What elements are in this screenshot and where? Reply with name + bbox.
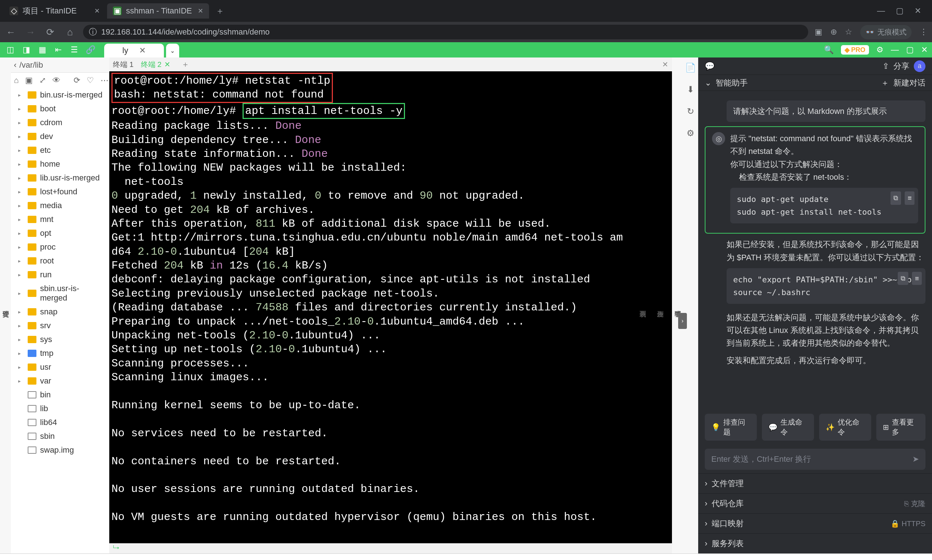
incognito-badge[interactable]: 👓 无痕模式: [860, 25, 912, 39]
tree-row[interactable]: sbin: [11, 429, 109, 443]
vstrip-bookmarks[interactable]: 书签管理: [673, 303, 683, 309]
close-window-icon[interactable]: ✕: [915, 6, 921, 15]
collapse-icon[interactable]: ⇤: [51, 43, 66, 56]
panel-right-icon[interactable]: ◨: [19, 43, 34, 56]
tree-row[interactable]: ▸lost+found: [11, 185, 109, 198]
share-icon[interactable]: ⇪: [883, 62, 889, 71]
tree-row[interactable]: ▸etc: [11, 143, 109, 157]
new-chat-label[interactable]: 新建对话: [893, 77, 926, 88]
tree-row[interactable]: ▸snap: [11, 305, 109, 319]
avatar[interactable]: a: [914, 60, 926, 72]
link-icon[interactable]: 🔗: [83, 43, 97, 56]
action-optimize[interactable]: ✨优化命令: [819, 414, 871, 441]
vstrip-uploads[interactable]: 上传列表: [655, 303, 665, 309]
tree-row[interactable]: ▸bin.usr-is-merged: [11, 88, 109, 102]
favorite-icon[interactable]: ♡: [87, 76, 94, 85]
tree-row[interactable]: ▸lib.usr-is-merged: [11, 171, 109, 185]
action-generate[interactable]: 💬生成命令: [762, 414, 814, 441]
minimize-panel-icon[interactable]: —: [891, 45, 899, 55]
accordion-tag[interactable]: 🔒 HTTPS: [890, 519, 926, 528]
action-more[interactable]: ⊞查看更多: [876, 414, 926, 441]
send-icon[interactable]: ➤: [912, 454, 919, 464]
panel-left-icon[interactable]: ◫: [3, 43, 17, 56]
tree-row[interactable]: ▸tmp: [11, 346, 109, 360]
ai-accordion[interactable]: ›文件管理: [698, 474, 932, 494]
chevron-down-icon[interactable]: ⌄: [705, 78, 711, 88]
action-troubleshoot[interactable]: 💡排查问题: [705, 414, 757, 441]
doc-icon[interactable]: 📄: [685, 63, 696, 73]
home-icon[interactable]: ⌂: [63, 26, 77, 38]
close-terminal-panel-icon[interactable]: ✕: [662, 60, 668, 69]
back-icon[interactable]: ←: [5, 26, 17, 38]
site-info-icon[interactable]: ⓘ: [89, 26, 97, 37]
sync-icon[interactable]: ↻: [687, 106, 694, 117]
plus-icon[interactable]: ＋: [881, 77, 889, 88]
close-icon[interactable]: ✕: [94, 7, 100, 15]
accordion-tag[interactable]: ⎘ 克隆: [904, 499, 926, 509]
search-icon[interactable]: 🔍: [824, 45, 834, 55]
ai-accordion[interactable]: ›端口映射🔒 HTTPS: [698, 514, 932, 534]
url-bar[interactable]: ⓘ 192.168.101.144/ide/web/coding/sshman/…: [83, 25, 808, 39]
insert-icon[interactable]: ≡: [905, 191, 915, 205]
new-tab-button[interactable]: ＋: [210, 5, 230, 17]
tree-row[interactable]: swap.img: [11, 443, 109, 457]
tree-row[interactable]: ▸proc: [11, 240, 109, 254]
ide-tab-ly[interactable]: ly ✕: [104, 44, 164, 57]
tree-row[interactable]: ▸opt: [11, 226, 109, 240]
refresh-icon[interactable]: ⟳: [74, 76, 80, 85]
ai-input[interactable]: Enter 发送，Ctrl+Enter 换行 ➤: [705, 449, 926, 470]
more-icon[interactable]: ⋯: [100, 76, 108, 85]
tree-row[interactable]: ▸root: [11, 254, 109, 268]
insert-icon[interactable]: ≡: [912, 272, 922, 285]
bottom-scrollbar[interactable]: [0, 554, 932, 560]
tree-row[interactable]: ▸usr: [11, 360, 109, 374]
tree-row[interactable]: ▸var: [11, 374, 109, 388]
tree-row[interactable]: ▸mnt: [11, 212, 109, 226]
forward-icon[interactable]: →: [24, 26, 37, 38]
close-icon[interactable]: ✕: [139, 46, 146, 55]
tree-row[interactable]: ▸media: [11, 198, 109, 212]
install-icon[interactable]: ▣: [815, 27, 822, 37]
browser-tab-0[interactable]: ◇ 项目 - TitanIDE ✕: [4, 3, 106, 19]
minimize-icon[interactable]: —: [877, 6, 885, 15]
share-label[interactable]: 分享: [893, 61, 909, 72]
up-folder-icon[interactable]: ▣: [25, 76, 33, 85]
maximize-icon[interactable]: ▢: [896, 6, 904, 15]
list-icon[interactable]: ☰: [67, 43, 82, 56]
vstrip-downloads[interactable]: 下载列表: [638, 303, 648, 309]
close-panel-icon[interactable]: ✕: [921, 45, 927, 55]
maximize-panel-icon[interactable]: ▢: [906, 45, 914, 55]
ai-accordion[interactable]: ›服务列表: [698, 534, 932, 554]
pro-badge[interactable]: ◆ PRO: [841, 45, 869, 55]
home-folder-icon[interactable]: ⌂: [14, 76, 19, 85]
tree-row[interactable]: ▸dev: [11, 129, 109, 143]
grid-icon[interactable]: ▦: [35, 43, 49, 56]
bookmark-icon[interactable]: ☆: [845, 27, 852, 37]
tree-row[interactable]: lib: [11, 402, 109, 415]
tree-row[interactable]: ▸sys: [11, 332, 109, 346]
terminal[interactable]: root@root:/home/ly# netstat -ntlp bash: …: [109, 71, 672, 543]
close-icon[interactable]: ✕: [198, 7, 203, 15]
breadcrumb-path[interactable]: /var/lib: [19, 60, 43, 70]
tree-row[interactable]: ▸cdrom: [11, 116, 109, 129]
tree-row[interactable]: lib64: [11, 415, 109, 429]
copy-icon[interactable]: ⧉: [898, 272, 908, 285]
panel-toggle-handle[interactable]: ›: [678, 313, 687, 329]
tree-row[interactable]: ▸sbin.usr-is-merged: [11, 282, 109, 305]
menu-icon[interactable]: ⋮: [920, 27, 927, 37]
gear-icon[interactable]: ⚙: [687, 128, 694, 138]
tree-row[interactable]: ▸run: [11, 268, 109, 282]
extensions-icon[interactable]: ⊕: [830, 27, 837, 37]
chevron-left-icon[interactable]: ‹: [14, 60, 16, 70]
hidden-files-icon[interactable]: 👁: [52, 76, 60, 85]
browser-tab-1[interactable]: ▣ sshman - TitanIDE ✕: [107, 3, 209, 18]
expand-icon[interactable]: ⤢: [39, 76, 46, 85]
tree-row[interactable]: bin: [11, 388, 109, 402]
tab-dropdown-icon[interactable]: ⌄: [166, 44, 179, 57]
gear-icon[interactable]: ⚙: [876, 45, 884, 55]
reload-icon[interactable]: ⟳: [44, 26, 57, 38]
copy-icon[interactable]: ⧉: [890, 191, 901, 205]
terminal-tab-2[interactable]: 终端 2 ✕: [141, 60, 171, 69]
ai-accordion[interactable]: ›代码仓库⎘ 克隆: [698, 494, 932, 514]
close-icon[interactable]: ✕: [164, 60, 170, 69]
